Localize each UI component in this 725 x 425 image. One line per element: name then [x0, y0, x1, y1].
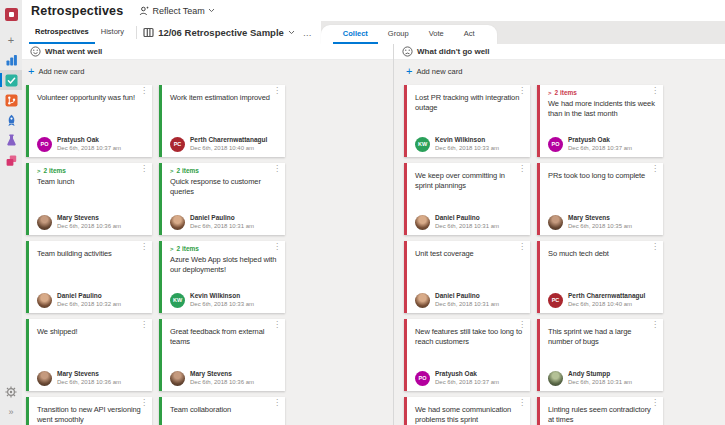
card-menu-button[interactable]: ⋮ [140, 165, 148, 173]
author-meta: Daniel PaulinoDec 6th, 2018 10:31 am [435, 214, 499, 230]
card-menu-button[interactable]: ⋮ [651, 87, 659, 95]
card-menu-button[interactable]: ⋮ [140, 243, 148, 251]
card-menu-button[interactable]: ⋮ [518, 243, 526, 251]
card-menu-button[interactable]: ⋮ [140, 399, 148, 407]
feedback-card[interactable]: ⋮We shipped!Mary StevensDec 6th, 2018 10… [26, 319, 152, 391]
card-menu-button[interactable]: ⋮ [273, 243, 281, 251]
collapse-rail-button[interactable]: » [0, 402, 22, 422]
card-menu-button[interactable]: ⋮ [518, 165, 526, 173]
feedback-card[interactable]: ⋮>2 itemsTeam lunchMary StevensDec 6th, … [26, 163, 152, 235]
card-text: We had some communication problems this … [415, 405, 524, 425]
author-date: Dec 6th, 2018 10:33 am [435, 145, 499, 153]
feedback-card[interactable]: ⋮Unit test coverageDaniel PaulinoDec 6th… [404, 241, 530, 313]
card-text: Unit test coverage [415, 249, 524, 259]
card-author: Andy StumppDec 6th, 2018 10:31 am [548, 370, 632, 386]
organization-logo[interactable] [0, 4, 22, 24]
group-badge-label: 2 items [44, 167, 66, 174]
sidebar-item-artifacts[interactable] [0, 150, 22, 170]
card-text: Quick response to customer queries [170, 177, 279, 197]
main-area: Retrospectives Reflect Team Retrospectiv… [22, 0, 725, 425]
feedback-card[interactable]: ⋮PRs took too long to completeMary Steve… [537, 163, 663, 235]
feedback-card[interactable]: ⋮>2 itemsWe had more incidents this week… [537, 85, 663, 157]
retrospective-board: What went well + Add new card ⋮Volunteer… [22, 44, 725, 425]
author-meta: Daniel PaulinoDec 6th, 2018 10:31 am [435, 292, 499, 308]
gear-icon [5, 386, 17, 398]
column-title: What went well [45, 47, 102, 56]
sidebar-item-test-plans[interactable] [0, 130, 22, 150]
card-text: This sprint we had a large number of bug… [548, 327, 657, 347]
avatar: PO [548, 137, 563, 152]
feedback-card[interactable]: ⋮>2 itemsQuick response to customer quer… [159, 163, 285, 235]
team-picker-label: Reflect Team [152, 6, 204, 16]
author-name: Daniel Paulino [435, 292, 499, 300]
people-icon [139, 6, 149, 16]
avatar [170, 215, 185, 230]
feedback-card[interactable]: ⋮Team building activitiesDaniel PaulinoD… [26, 241, 152, 313]
card-menu-button[interactable]: ⋮ [140, 87, 148, 95]
card-menu-button[interactable]: ⋮ [273, 321, 281, 329]
sidebar-item-boards[interactable] [0, 50, 22, 70]
feedback-card[interactable]: ⋮Work item estimation improvedPCPerth Ch… [159, 85, 285, 157]
feedback-card[interactable]: ⋮Great feedback from external teamsMary … [159, 319, 285, 391]
card-menu-button[interactable]: ⋮ [651, 165, 659, 173]
section-went-well: What went well + Add new card ⋮Volunteer… [22, 44, 393, 425]
sidebar-item-repos[interactable] [0, 90, 22, 110]
tab-collect[interactable]: Collect [333, 25, 378, 44]
feedback-card[interactable]: ⋮We keep over committing in sprint plann… [404, 163, 530, 235]
group-badge[interactable]: >2 items [548, 89, 657, 96]
feedback-card[interactable]: ⋮>2 itemsAzure Web App slots helped with… [159, 241, 285, 313]
group-badge[interactable]: >2 items [170, 245, 279, 252]
team-picker[interactable]: Reflect Team [139, 6, 214, 16]
more-options-button[interactable]: … [295, 21, 321, 44]
feedback-card[interactable]: ⋮Lost PR tracking with integration outag… [404, 85, 530, 157]
board-selector[interactable]: 12/06 Retrospective Sample [143, 21, 295, 44]
add-project-button[interactable]: + [0, 30, 22, 50]
card-menu-button[interactable]: ⋮ [651, 321, 659, 329]
author-name: Kevin Wilkinson [435, 136, 499, 144]
settings-button[interactable] [0, 382, 22, 402]
sidebar-item-retrospectives[interactable] [0, 70, 22, 90]
author-meta: Daniel PaulinoDec 6th, 2018 10:31 am [190, 214, 254, 230]
pivot-history[interactable]: History [95, 21, 130, 44]
board-icon [143, 27, 154, 38]
avatar: PC [170, 137, 185, 152]
pivot-retrospectives[interactable]: Retrospectives [29, 21, 95, 44]
didnt-go-well-body: + Add new card ⋮Lost PR tracking with in… [394, 60, 725, 425]
card-text: New features still take too long to reac… [415, 327, 524, 347]
feedback-card[interactable]: ⋮This sprint we had a large number of bu… [537, 319, 663, 391]
card-text: Transition to new API versioning went sm… [37, 405, 146, 425]
section-didnt-go-well: What didn't go well + Add new card ⋮Lost… [393, 44, 725, 425]
author-meta: Mary StevensDec 6th, 2018 10:36 am [57, 214, 121, 230]
feedback-card[interactable]: ⋮Linting rules seem contradictory at tim… [537, 397, 663, 425]
author-name: Andy Stumpp [568, 370, 632, 378]
card-menu-button[interactable]: ⋮ [518, 399, 526, 407]
avatar [415, 293, 430, 308]
card-menu-button[interactable]: ⋮ [651, 399, 659, 407]
card-menu-button[interactable]: ⋮ [518, 87, 526, 95]
feedback-card[interactable]: ⋮We had some communication problems this… [404, 397, 530, 425]
card-menu-button[interactable]: ⋮ [273, 87, 281, 95]
feedback-card[interactable]: ⋮Team collaboration [159, 397, 285, 425]
feedback-card[interactable]: ⋮Volunteer opportunity was fun!POPratyus… [26, 85, 152, 157]
tab-vote[interactable]: Vote [419, 25, 454, 44]
group-badge[interactable]: >2 items [37, 167, 146, 174]
card-menu-button[interactable]: ⋮ [518, 321, 526, 329]
author-meta: Mary StevensDec 6th, 2018 10:35 am [568, 214, 632, 230]
card-menu-button[interactable]: ⋮ [273, 399, 281, 407]
tab-act[interactable]: Act [454, 25, 485, 44]
card-menu-button[interactable]: ⋮ [651, 243, 659, 251]
feedback-card[interactable]: ⋮New features still take too long to rea… [404, 319, 530, 391]
author-name: Daniel Paulino [57, 292, 121, 300]
tab-group[interactable]: Group [378, 25, 419, 44]
add-new-card-button[interactable]: + Add new card [28, 64, 393, 79]
feedback-card[interactable]: ⋮So much tech debtPCPerth Charernwattana… [537, 241, 663, 313]
sidebar-item-pipelines[interactable] [0, 110, 22, 130]
chevron-right-icon: > [37, 168, 41, 174]
card-menu-button[interactable]: ⋮ [140, 321, 148, 329]
add-new-card-button[interactable]: + Add new card [406, 64, 725, 79]
avatar: PC [548, 293, 563, 308]
author-meta: Mary StevensDec 6th, 2018 10:36 am [57, 370, 121, 386]
feedback-card[interactable]: ⋮Transition to new API versioning went s… [26, 397, 152, 425]
card-menu-button[interactable]: ⋮ [273, 165, 281, 173]
group-badge[interactable]: >2 items [170, 167, 279, 174]
